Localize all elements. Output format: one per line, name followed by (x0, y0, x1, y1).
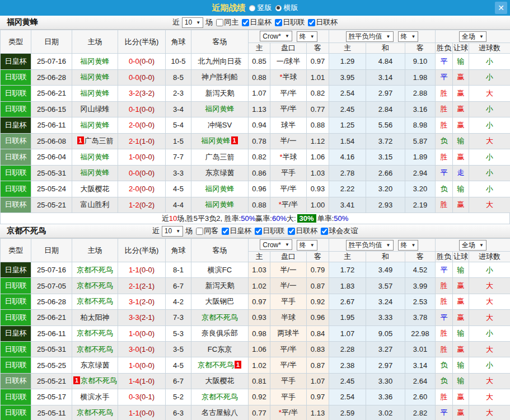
summary-segment: 场,胜5平3负2, 胜率: (177, 214, 241, 224)
handicap-result-cell: 赢 (453, 149, 469, 166)
away-team-name: 大阪钢巴 (205, 297, 235, 305)
layout-radio-vertical[interactable]: 竖版 (249, 3, 272, 13)
radio-icon (249, 5, 255, 11)
avg-source-select[interactable]: 胜平负均值▼ (346, 31, 394, 42)
away-team-cell: 新泻天鹅 (191, 278, 249, 294)
home-team-name: 京都不死鸟 (77, 408, 113, 417)
fulltime-score: 0-0 (129, 169, 139, 177)
league-cell: 日皇杯 (1, 54, 31, 70)
avg-final-select-value: 终 (401, 32, 408, 41)
league-cell: 日皇杯 (1, 325, 31, 341)
corner-cell: 8-5 (166, 69, 191, 86)
avg-source-select[interactable]: 胜平负均值▼ (346, 240, 394, 251)
league-filter-checkbox[interactable] (288, 228, 295, 235)
column-header: 客 (307, 43, 329, 54)
result-cell: 胜 (436, 278, 453, 294)
same-venue-label: 同主 (224, 17, 238, 27)
avg-final-select[interactable]: 终▼ (398, 240, 419, 251)
chevron-down-icon: ▼ (479, 34, 484, 39)
date-cell: 25-05-31 (31, 341, 72, 357)
same-venue-checkbox[interactable] (216, 19, 223, 26)
avg-draw-cell: 9.05 (366, 325, 405, 341)
avg-lose-cell: 2.19 (405, 197, 436, 213)
away-team-name: 京都不死鸟 (202, 313, 238, 322)
date-cell: 25-05-17 (31, 389, 72, 405)
avg-lose-cell: 3.01 (405, 341, 436, 357)
league-filter-checkbox[interactable] (255, 228, 262, 235)
league-cell: 日联杯 (1, 149, 31, 166)
odds-away-cell: 0.93 (307, 181, 329, 197)
corner-cell: 8-1 (166, 262, 191, 278)
avg-win-cell: 1.95 (329, 310, 366, 325)
layout-radio-horizontal[interactable]: 横版 (275, 3, 298, 13)
column-header: 角球 (166, 30, 191, 54)
league-filter-checkbox[interactable] (308, 19, 315, 26)
odds-home-cell: 1.13 (249, 101, 270, 117)
result-cell: 胜 (436, 149, 453, 166)
avg-draw-cell: 3.49 (366, 262, 405, 278)
fulltime-score: 3-1 (129, 298, 139, 306)
league-cell: 日职联 (1, 165, 31, 181)
odds-final-select[interactable]: 终▼ (297, 240, 317, 251)
odds-home-cell: 0.98 (249, 325, 270, 341)
handicap-line-cell: 半/一 (270, 262, 307, 278)
avg-win-cell: 2.54 (329, 86, 366, 102)
league-filter-checkbox[interactable] (222, 228, 229, 235)
avg-draw-cell: 3.57 (366, 278, 405, 294)
home-team-name: 福冈黄蜂 (81, 153, 110, 161)
odds-source-select[interactable]: Crow*▼ (260, 31, 292, 41)
score-cell: 0-0(0-0) (118, 69, 166, 86)
odds-source-select[interactable]: Crow*▼ (260, 239, 292, 250)
handicap-line-cell: 两球半 (270, 325, 307, 341)
handicap-result-cell: 赢 (453, 117, 469, 134)
home-team-name: 福冈黄蜂 (81, 168, 110, 177)
away-team-cell: 名古屋鲸八 (191, 405, 249, 420)
avg-win-cell: 3.95 (329, 69, 366, 86)
column-header: 盘口 (270, 43, 307, 54)
halftime-score: (0-0) (139, 266, 155, 274)
avg-final-select[interactable]: 终▼ (398, 31, 419, 42)
halftime-score: (0-1) (139, 393, 155, 401)
avg-lose-cell: 3.14 (405, 357, 436, 373)
chevron-down-icon: ▼ (411, 243, 416, 248)
column-header: 比分(半场) (118, 30, 166, 54)
handicap-result-cell: 赢 (453, 389, 469, 405)
odds-away-cell: 0.88 (307, 117, 329, 134)
handicap-line: 平/半 (282, 408, 298, 417)
league-filter-checkbox[interactable] (275, 19, 282, 26)
home-team-name: 广岛三箭 (85, 136, 114, 145)
handicap-result-cell: 赢 (453, 310, 469, 325)
score-cell: 1-2(0-2) (118, 197, 166, 213)
page-title: 近期战绩 (212, 3, 246, 13)
corner-cell: 7-3 (166, 310, 191, 325)
avg-draw-cell: 3.30 (366, 373, 405, 389)
odds-final-select-value: 终 (300, 240, 306, 250)
avg-source-select-value: 胜平负均值 (349, 32, 382, 41)
match-row: 日职联25-06-21福冈黄蜂3-2(3-2)2-3新泻天鹅1.07平/半0.8… (1, 86, 510, 102)
fulltime-score: 1-1 (129, 409, 139, 417)
league-filter-checkbox[interactable] (242, 19, 249, 26)
odds-source-select-value: Crow* (263, 32, 281, 40)
league-filter-checkbox[interactable] (321, 228, 328, 235)
score-cell: 0-0(0-0) (118, 54, 166, 70)
home-team-cell: 京都不死鸟 (72, 341, 118, 357)
result-cell: 负 (436, 357, 453, 373)
odds-final-select[interactable]: 终▼ (297, 31, 317, 42)
same-venue-checkbox[interactable] (196, 228, 203, 235)
avg-lose-cell: 9.10 (405, 54, 436, 70)
odds-final-select-value: 终 (300, 32, 306, 41)
match-count-select-value: 10 (185, 18, 192, 26)
corner-cell: 5-3 (166, 325, 191, 341)
match-count-select[interactable]: 10▼ (182, 17, 203, 28)
fulltime-score: 1-0 (129, 361, 139, 370)
close-button[interactable]: ✕ (495, 2, 507, 14)
scope-select[interactable]: 全场▼ (459, 240, 486, 251)
odds-away-cell: 1.13 (307, 405, 329, 420)
handicap-result-cell: 赢 (453, 86, 469, 102)
scope-select[interactable]: 全场▼ (459, 31, 486, 42)
match-count-select[interactable]: 10▼ (162, 226, 183, 237)
home-team-name: 福冈黄蜂 (81, 73, 110, 81)
odds-home-cell: 0.82 (249, 149, 270, 166)
fulltime-score: 2-1 (129, 137, 139, 145)
chevron-down-icon: ▼ (196, 20, 200, 25)
